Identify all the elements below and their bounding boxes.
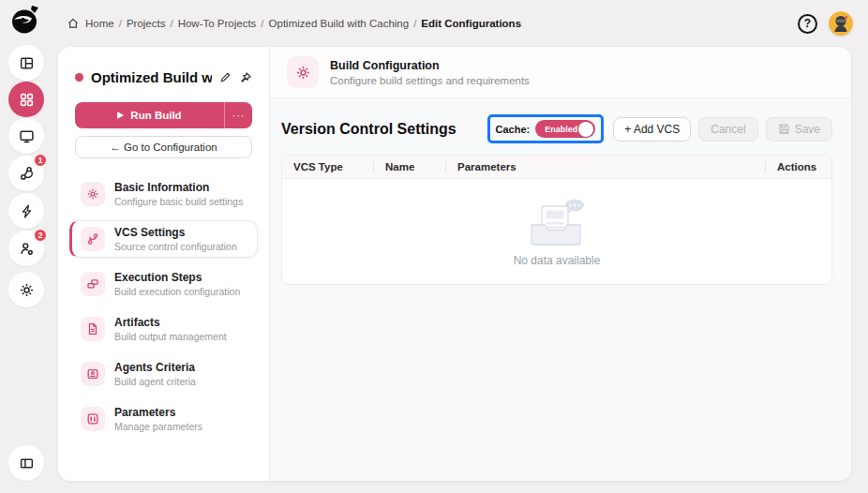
- menu-item-label: Agents Criteria: [114, 361, 196, 374]
- menu-item-text: VCS Settings Source control configuratio…: [114, 226, 237, 252]
- run-build-label: Run Build: [130, 110, 181, 121]
- menu-item-agents-criteria[interactable]: Agents Criteria Build agent criteria: [69, 355, 258, 393]
- breadcrumb-separator: /: [261, 18, 263, 29]
- play-icon: [117, 112, 124, 119]
- menu-item-text: Agents Criteria Build agent criteria: [114, 361, 196, 387]
- webhook-icon[interactable]: 1: [8, 156, 44, 191]
- menu-item-desc: Build execution configuration: [114, 286, 240, 297]
- vcs-table: VCS Type Name Parameters Actions: [281, 155, 832, 285]
- ninja-logo[interactable]: [9, 4, 41, 37]
- menu-item-desc: Build agent criteria: [114, 376, 196, 387]
- column-header-actions: Actions: [766, 156, 831, 178]
- settings-gear-icon[interactable]: [8, 272, 44, 307]
- menu-item-label: Execution Steps: [114, 271, 240, 284]
- toggle-knob: [578, 122, 593, 137]
- top-bar: Home / Projects / How-To Projects / Opti…: [58, 0, 868, 47]
- breadcrumb-item-home[interactable]: Home: [85, 18, 114, 29]
- config-side-panel: Optimized Build wi... Run Build ··· ← Go…: [58, 47, 270, 481]
- breadcrumb-item-howto-projects[interactable]: How-To Projects: [178, 18, 257, 29]
- breadcrumb-item-current: Edit Configurations: [421, 18, 521, 29]
- save-label: Save: [795, 123, 820, 136]
- content-card: Optimized Build wi... Run Build ··· ← Go…: [58, 47, 851, 481]
- run-build-main[interactable]: Run Build: [75, 102, 224, 128]
- parameters-icon: [81, 407, 105, 431]
- menu-item-label: Basic Information: [114, 181, 243, 194]
- menu-item-parameters[interactable]: Parameters Manage parameters: [69, 400, 258, 438]
- section-title: Version Control Settings: [281, 121, 480, 138]
- steps-icon: [81, 272, 105, 296]
- column-header-vcs-type: VCS Type: [282, 156, 374, 178]
- breadcrumb-separator: /: [119, 18, 122, 29]
- help-icon[interactable]: ?: [798, 14, 817, 34]
- file-icon: [81, 317, 105, 341]
- menu-item-desc: Configure basic build settings: [114, 196, 243, 207]
- webhook-badge: 1: [33, 153, 48, 168]
- git-branch-icon: [81, 227, 105, 251]
- app-root: Home / Projects / How-To Projects / Opti…: [0, 0, 868, 493]
- breadcrumb: Home / Projects / How-To Projects / Opti…: [67, 18, 798, 29]
- home-icon: [67, 18, 79, 29]
- cache-toggle-highlight: Cache: Enabled: [487, 114, 605, 143]
- build-config-gear-icon: [287, 56, 319, 88]
- breadcrumb-item-projects[interactable]: Projects: [127, 18, 166, 29]
- goto-configuration-button[interactable]: ← Go to Configuration: [75, 136, 252, 158]
- user-avatar[interactable]: [829, 11, 853, 36]
- menu-item-execution-steps[interactable]: Execution Steps Build execution configur…: [69, 265, 258, 303]
- menu-item-vcs-settings[interactable]: VCS Settings Source control configuratio…: [69, 220, 258, 258]
- collapse-sidebar-icon[interactable]: [8, 445, 44, 481]
- agent-card-icon: [81, 362, 105, 386]
- vcs-table-empty-state: No data available: [282, 179, 831, 284]
- breadcrumb-separator: /: [170, 18, 172, 29]
- breadcrumb-item-build[interactable]: Optimized Build with Caching: [269, 18, 410, 29]
- build-title: Optimized Build wi...: [91, 69, 212, 85]
- edit-icon[interactable]: [219, 71, 232, 83]
- menu-item-basic-information[interactable]: Basic Information Configure basic build …: [69, 175, 258, 213]
- save-button[interactable]: Save: [766, 117, 832, 142]
- menu-item-text: Artifacts Build output management: [114, 316, 227, 342]
- menu-item-artifacts[interactable]: Artifacts Build output management: [69, 310, 258, 348]
- add-vcs-button[interactable]: + Add VCS: [613, 117, 691, 142]
- cache-toggle[interactable]: Enabled: [535, 120, 595, 138]
- run-build-more-button[interactable]: ···: [224, 102, 252, 128]
- header-text: Build Configuration Configure build sett…: [330, 59, 530, 86]
- vcs-section-header: Version Control Settings Cache: Enabled …: [270, 98, 851, 143]
- cache-label: Cache:: [496, 124, 531, 135]
- page-subtitle: Configure build settings and requirement…: [330, 75, 530, 86]
- agents-badge: 2: [33, 228, 48, 243]
- page-title: Build Configuration: [330, 59, 530, 72]
- menu-item-desc: Build output management: [114, 331, 227, 342]
- run-build-button[interactable]: Run Build ···: [75, 102, 252, 128]
- save-icon: [778, 123, 790, 135]
- column-header-parameters: Parameters: [446, 156, 766, 178]
- menu-item-text: Basic Information Configure basic build …: [114, 181, 243, 207]
- projects-grid-icon[interactable]: [8, 82, 44, 117]
- main-area: Build Configuration Configure build sett…: [270, 47, 851, 481]
- breadcrumb-separator: /: [413, 18, 416, 29]
- status-dot: [75, 73, 83, 82]
- cancel-button[interactable]: Cancel: [698, 117, 757, 142]
- top-right-actions: ?: [798, 11, 853, 36]
- icon-rail: 1 2: [0, 0, 52, 493]
- pin-icon[interactable]: [239, 71, 252, 84]
- menu-item-text: Execution Steps Build execution configur…: [114, 271, 240, 297]
- config-menu: Basic Information Configure basic build …: [58, 172, 269, 441]
- build-configuration-header: Build Configuration Configure build sett…: [270, 47, 851, 98]
- build-title-row: Optimized Build wi...: [58, 47, 269, 89]
- monitor-icon[interactable]: [8, 118, 44, 154]
- empty-inbox-illustration: [522, 197, 591, 247]
- cache-toggle-state: Enabled: [545, 125, 577, 134]
- menu-item-desc: Source control configuration: [114, 241, 237, 252]
- menu-item-text: Parameters Manage parameters: [114, 406, 202, 432]
- vcs-table-header: VCS Type Name Parameters Actions: [282, 156, 831, 179]
- menu-item-desc: Manage parameters: [114, 421, 202, 432]
- agents-user-icon[interactable]: 2: [8, 231, 44, 266]
- menu-item-label: Artifacts: [114, 316, 227, 329]
- empty-state-text: No data available: [514, 254, 601, 267]
- menu-item-label: VCS Settings: [114, 226, 237, 239]
- dashboard-icon[interactable]: [8, 45, 44, 81]
- lightning-icon[interactable]: [8, 193, 44, 229]
- column-header-name: Name: [374, 156, 446, 178]
- gear-icon: [81, 182, 105, 206]
- menu-item-label: Parameters: [114, 406, 202, 419]
